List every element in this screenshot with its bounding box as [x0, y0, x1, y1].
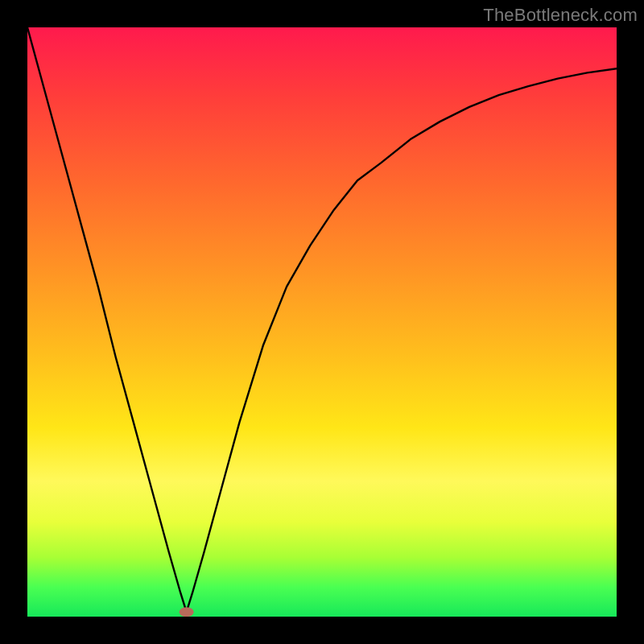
- watermark-text: TheBottleneck.com: [483, 5, 638, 26]
- chart-frame: TheBottleneck.com: [0, 0, 644, 644]
- minimum-marker-icon: [180, 607, 194, 617]
- chart-svg: [27, 27, 617, 617]
- plot-area: [27, 27, 617, 617]
- bottleneck-curve-line: [27, 27, 617, 612]
